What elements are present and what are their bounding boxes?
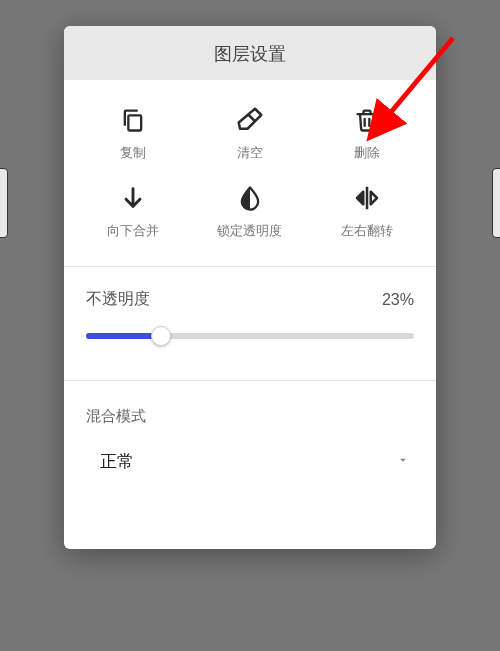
slider-fill: [86, 333, 161, 339]
copy-label: 复制: [120, 144, 146, 162]
opacity-value: 23%: [382, 291, 414, 309]
clear-label: 清空: [237, 144, 263, 162]
lock-alpha-button[interactable]: 锁定透明度: [191, 182, 308, 240]
blend-mode-select[interactable]: 正常: [86, 444, 414, 479]
panel-title: 图层设置: [64, 26, 436, 80]
blend-mode-value: 正常: [100, 450, 134, 473]
trash-icon: [351, 104, 383, 136]
svg-line-1: [249, 115, 255, 121]
chevron-down-icon: [396, 453, 410, 471]
blend-mode-section: 混合模式 正常: [64, 381, 436, 549]
merge-down-button[interactable]: 向下合并: [74, 182, 191, 240]
flip-horizontal-button[interactable]: 左右翻转: [309, 182, 426, 240]
lock-alpha-label: 锁定透明度: [217, 222, 282, 240]
flip-horizontal-icon: [351, 182, 383, 214]
arrow-down-icon: [117, 182, 149, 214]
delete-label: 删除: [354, 144, 380, 162]
layer-settings-panel: 图层设置 复制 清空: [64, 26, 436, 549]
merge-down-label: 向下合并: [107, 222, 159, 240]
flip-horizontal-label: 左右翻转: [341, 222, 393, 240]
eraser-icon: [234, 104, 266, 136]
opacity-section: 不透明度 23%: [64, 267, 436, 354]
blend-mode-label: 混合模式: [86, 407, 414, 426]
slider-thumb[interactable]: [151, 326, 171, 346]
copy-button[interactable]: 复制: [74, 104, 191, 162]
opacity-slider[interactable]: [86, 326, 414, 346]
action-grid: 复制 清空 删除: [64, 80, 436, 250]
droplet-icon: [234, 182, 266, 214]
svg-rect-0: [128, 115, 141, 130]
delete-button[interactable]: 删除: [309, 104, 426, 162]
copy-icon: [117, 104, 149, 136]
left-side-button-stub[interactable]: [0, 168, 8, 238]
right-side-button-stub[interactable]: [492, 168, 500, 238]
clear-button[interactable]: 清空: [191, 104, 308, 162]
opacity-label: 不透明度: [86, 289, 150, 310]
